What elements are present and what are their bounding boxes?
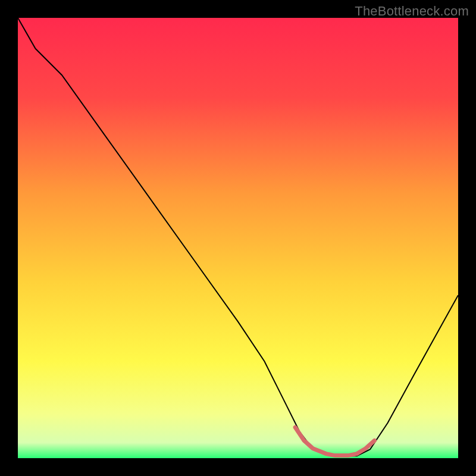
watermark-text: TheBottleneck.com	[355, 4, 469, 19]
gradient-background	[18, 18, 458, 458]
bottleneck-plot	[18, 18, 458, 458]
chart-frame: TheBottleneck.com	[0, 0, 476, 476]
